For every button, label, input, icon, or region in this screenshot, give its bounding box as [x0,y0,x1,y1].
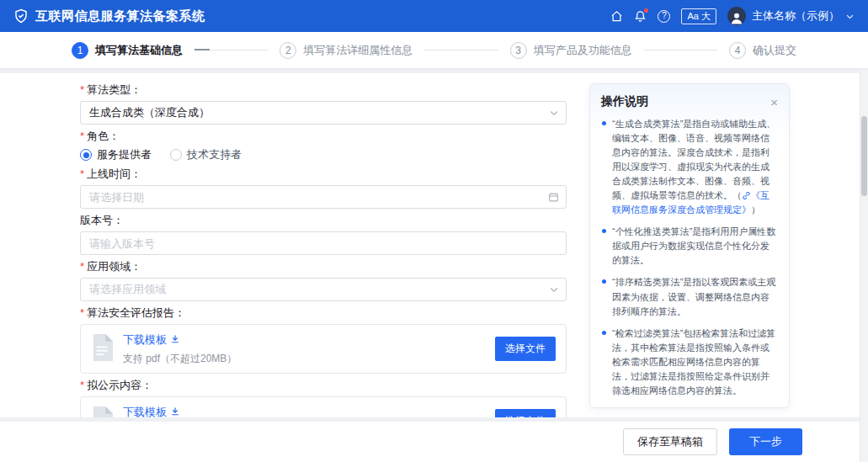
app-title: 互联网信息服务算法备案系统 [35,8,205,24]
chevron-down-icon [549,284,559,295]
help-item-text: “生成合成类算法”是指自动或辅助生成、编辑文本、图像、语音、视频等网络信息内容的… [612,117,778,217]
help-item: “生成合成类算法”是指自动或辅助生成、编辑文本、图像、语音、视频等网络信息内容的… [601,117,778,217]
date-input[interactable] [80,185,567,209]
step-1: 1 填写算法基础信息 [72,42,183,59]
field-label: * 算法类型： [80,83,567,97]
step-label: 填写算法基础信息 [95,43,183,58]
download-icon [170,406,180,418]
step-label: 填写算法详细属性信息 [303,43,413,58]
radio-icon [170,149,182,161]
radio-tech-supporter[interactable]: 技术支持者 [170,147,242,162]
field-online-time: * 上线时间： [80,167,567,209]
bell-icon[interactable] [634,10,647,23]
field-label: * 角色： [80,130,567,143]
download-icon [170,334,180,347]
file-hint: 支持 pdf（不超过20MB） [123,352,495,366]
required-mark: * [80,167,84,181]
radio-icon [80,149,92,161]
help-item: “调度决策类算法”是指自动或辅助生成供需匹配、供需调节、路径规划等调度决策结果，… [601,406,778,408]
field-version: 版本号： [80,214,567,255]
field-label: * 应用领域： [80,260,567,273]
document-icon [91,406,113,418]
application-domain-select[interactable]: 请选择应用领域 [80,278,567,301]
field-label: * 拟公示内容： [80,379,567,392]
help-panel: 操作说明 × “生成合成类算法”是指自动或辅助生成、编辑文本、图像、语音、视频等… [589,83,790,408]
step-label: 填写产品及功能信息 [534,43,632,58]
step-4: 4 确认提交 [729,42,796,59]
required-mark: * [80,260,84,273]
notification-badge [644,8,648,13]
field-label: * 算法安全评估报告： [80,306,567,320]
header-left: 互联网信息服务算法备案系统 [13,8,205,24]
page-scrollbar-thumb[interactable] [861,116,867,196]
field-algorithm-type: * 算法类型： 生成合成类（深度合成） [80,83,567,125]
account-name: 主体名称（示例） [752,8,839,24]
field-role: * 角色： 服务提供者 技术支持者 [80,130,567,162]
help-item: “个性化推送类算法”是指利用用户属性数据或用户行为数据实现信息个性化分发的算法。 [601,225,778,268]
radio-service-provider[interactable]: 服务提供者 [80,147,152,162]
user-avatar-icon [727,7,746,25]
step-number: 1 [72,42,88,59]
version-input[interactable] [80,231,567,255]
step-2: 2 填写算法详细属性信息 [280,42,413,59]
next-step-button[interactable]: 下一步 [729,428,802,455]
help-item-text: “排序精选类算法”是指以客观因素或主观因素为依据，设置、调整网络信息内容排列顺序… [612,275,778,318]
document-icon [91,334,113,364]
security-report-upload: 下载模板 支持 pdf（不超过20MB） 选择文件 [80,324,567,374]
account-menu[interactable]: 主体名称（示例） [727,7,855,25]
public-content-upload: 下载模板 支持 pdf（不超过20MB） 选择文件 [80,396,567,417]
page-scrollbar-track[interactable] [860,70,868,462]
help-item-text: “调度决策类算法”是指自动或辅助生成供需匹配、供需调节、路径规划等调度决策结果，… [612,406,778,408]
app-header: 互联网信息服务算法备案系统 ? Aa 大 主体名称（示例） [0,0,868,32]
download-template-link[interactable]: 下载模板 [123,405,180,417]
help-item-text: “个性化推送类算法”是指利用用户属性数据或用户行为数据实现信息个性化分发的算法。 [612,225,778,268]
step-label: 确认提交 [753,43,796,58]
step-connector [424,50,498,50]
field-application-domain: * 应用领域： 请选择应用领域 [80,260,567,301]
chevron-down-icon [845,12,855,21]
field-label: 版本号： [80,214,567,227]
algorithm-basic-form: * 算法类型： 生成合成类（深度合成） * 角色： [80,83,567,417]
help-item-text: “检索过滤类算法”包括检索算法和过滤算法，其中检索算法是指按照输入条件或检索需求… [612,327,778,398]
download-template-link[interactable]: 下载模板 [123,332,180,348]
required-mark: * [80,379,84,392]
dot-bullet-icon [602,229,606,233]
step-number: 4 [729,42,746,59]
help-item: “排序精选类算法”是指以客观因素或主观因素为依据，设置、调整网络信息内容排列顺序… [601,275,778,318]
step-connector [644,50,717,50]
link-icon [742,191,751,200]
required-mark: * [80,130,84,143]
algorithm-type-select[interactable]: 生成合成类（深度合成） [80,101,567,125]
main-content: * 算法类型： 生成合成类（深度合成） * 角色： [0,73,868,417]
step-number: 2 [280,42,296,59]
role-radio-group: 服务提供者 技术支持者 [80,147,567,162]
dot-bullet-icon [602,331,606,335]
footer-bar: 保存至草稿箱 下一步 [0,422,868,462]
question-circle-icon[interactable]: ? [658,10,670,23]
home-icon[interactable] [610,10,623,23]
choose-file-button[interactable]: 选择文件 [495,337,556,361]
choose-file-button[interactable]: 选择文件 [495,409,556,417]
close-icon[interactable]: × [770,96,778,109]
step-number: 3 [510,42,527,59]
required-mark: * [80,83,84,97]
step-3: 3 填写产品及功能信息 [510,42,632,59]
help-item: “检索过滤类算法”包括检索算法和过滤算法，其中检索算法是指按照输入条件或检索需求… [601,327,778,398]
dot-bullet-icon [602,279,606,284]
header-right: ? Aa 大 主体名称（示例） [610,7,855,25]
font-size-button[interactable]: Aa 大 [681,8,716,24]
required-mark: * [80,306,84,320]
help-panel-title: 操作说明 [601,94,648,109]
step-indicator: 1 填写算法基础信息 2 填写算法详细属性信息 3 填写产品及功能信息 4 确认… [0,32,868,69]
page: 互联网信息服务算法备案系统 ? Aa 大 主体名称（示例） [0,0,868,462]
dot-bullet-icon [602,121,606,125]
save-draft-button[interactable]: 保存至草稿箱 [623,428,717,455]
calendar-icon [548,192,559,203]
field-public-content: * 拟公示内容： 下载模板 支持 pdf（不超过20M [80,379,567,417]
field-label: * 上线时间： [80,167,567,181]
shield-check-icon [13,8,29,24]
chevron-down-icon [549,108,559,118]
step-connector [194,50,268,50]
field-security-report: * 算法安全评估报告： 下载模板 支持 pdf（不超过 [80,306,567,374]
